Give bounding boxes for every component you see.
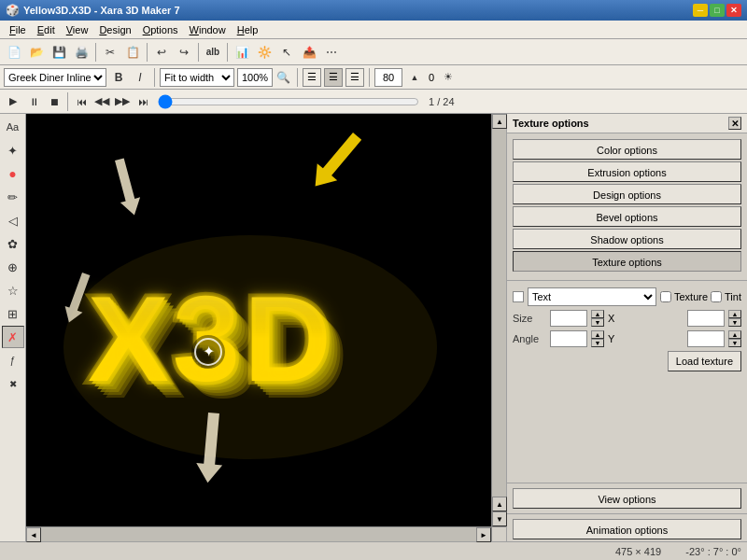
tool-paint[interactable]: ✏: [2, 186, 24, 208]
arrow-1: [305, 128, 367, 195]
title-bar: 🎲 Yellow3D.X3D - Xara 3D Maker 7 ─ □ ✕: [0, 0, 747, 21]
angle-x-down[interactable]: ▼: [591, 339, 604, 347]
menu-window[interactable]: Window: [184, 23, 232, 36]
tool-text[interactable]: Aa: [2, 116, 24, 138]
tool-x[interactable]: ✗: [2, 326, 24, 348]
next-frame-button[interactable]: ▶▶: [113, 92, 132, 111]
scroll-panel-up[interactable]: ▲: [492, 497, 507, 511]
text-button[interactable]: alb: [203, 42, 223, 63]
canvas-svg: X3D X3D X3D X3D X3D X3D X3D X3D X3D: [26, 114, 491, 526]
size-y-up[interactable]: ▲: [728, 310, 741, 318]
cut-button[interactable]: ✂: [100, 42, 120, 63]
size-y-down[interactable]: ▼: [728, 318, 741, 327]
option-button[interactable]: ⋯: [321, 42, 342, 63]
fit-to-width-select[interactable]: Fit to width: [160, 68, 234, 87]
open-button[interactable]: 📂: [26, 42, 47, 63]
undo-button[interactable]: ↩: [151, 42, 172, 63]
v-scroll-track[interactable]: [492, 129, 506, 497]
scroll-panel-down[interactable]: ▼: [492, 511, 507, 526]
font-select[interactable]: Greek Diner Inline TT: [4, 68, 106, 87]
prev-frame-button[interactable]: ◀◀: [92, 92, 111, 111]
scroll-up-button[interactable]: ▲: [492, 114, 507, 129]
image-button[interactable]: 🔆: [254, 42, 275, 63]
size-x-input[interactable]: [550, 310, 587, 327]
new-button[interactable]: 📄: [4, 42, 24, 63]
panel-close-button[interactable]: ✕: [728, 117, 741, 130]
scroll-right-button[interactable]: ►: [476, 527, 491, 542]
bold-button[interactable]: B: [109, 68, 128, 87]
tool-bottom2[interactable]: ✖: [2, 372, 24, 395]
texture-checkbox[interactable]: [660, 291, 671, 302]
angle-y-down[interactable]: ▼: [728, 339, 741, 347]
pause-button[interactable]: ⏸: [24, 92, 43, 111]
angle-x-input[interactable]: [550, 330, 587, 347]
chart-button[interactable]: 📊: [232, 42, 252, 63]
first-frame-button[interactable]: ⏮: [72, 92, 91, 111]
align-center-button[interactable]: ☰: [324, 68, 343, 87]
size-x-up[interactable]: ▲: [591, 310, 604, 318]
print-button[interactable]: 🖨️: [71, 42, 92, 63]
sep-font: [154, 68, 155, 87]
option-buttons-group: Color options Extrusion options Design o…: [507, 133, 747, 277]
cursor-button[interactable]: ↖: [276, 42, 297, 63]
menu-design[interactable]: Design: [93, 23, 136, 36]
menu-help[interactable]: Help: [232, 23, 264, 36]
design-options-button[interactable]: Design options: [513, 184, 741, 204]
italic-button[interactable]: I: [131, 68, 149, 87]
tool-transform[interactable]: ✿: [2, 232, 24, 255]
angle-row: Angle ▲ ▼ Y ▲ ▼: [513, 330, 741, 347]
maximize-button[interactable]: □: [710, 4, 725, 17]
redo-button[interactable]: ↪: [174, 42, 194, 63]
angle-y-input[interactable]: [687, 330, 725, 347]
color-options-button[interactable]: Color options: [513, 139, 741, 160]
play-button[interactable]: ▶: [4, 92, 22, 111]
size-x-down[interactable]: ▼: [591, 318, 604, 327]
app-icon: 🎲: [6, 4, 20, 17]
angle-x-up[interactable]: ▲: [591, 330, 604, 339]
tool-effects[interactable]: ⊞: [2, 302, 24, 325]
extrusion-options-button[interactable]: Extrusion options: [513, 161, 741, 182]
menu-options[interactable]: Options: [137, 23, 184, 36]
shadow-options-button[interactable]: Shadow options: [513, 229, 741, 249]
texture-color-swatch[interactable]: [513, 291, 524, 302]
minimize-button[interactable]: ─: [693, 4, 708, 17]
tool-color[interactable]: ●: [2, 162, 24, 185]
main-toolbar: 📄 📂 💾 🖨️ ✂ 📋 ↩ ↪ alb 📊 🔆 ↖ 📤 ⋯: [0, 39, 747, 65]
export-button[interactable]: 📤: [299, 42, 319, 63]
save-button[interactable]: 💾: [49, 42, 69, 63]
tool-bottom1[interactable]: ƒ: [2, 349, 24, 371]
texture-type-select[interactable]: Text: [528, 287, 656, 306]
scroll-left-button[interactable]: ◄: [26, 527, 41, 542]
bevel-options-button[interactable]: Bevel options: [513, 206, 741, 227]
tool-lighting[interactable]: ☆: [2, 279, 24, 301]
angle-label: Angle: [513, 333, 546, 344]
copy-button[interactable]: 📋: [122, 42, 143, 63]
h-scroll-track[interactable]: [41, 527, 476, 541]
angle-y-up[interactable]: ▲: [728, 330, 741, 339]
view-options-button[interactable]: View options: [513, 488, 741, 509]
align-left-button[interactable]: ☰: [303, 68, 321, 87]
stop-button[interactable]: ⏹: [45, 92, 63, 111]
canvas-background[interactable]: X3D X3D X3D X3D X3D X3D X3D X3D X3D: [26, 114, 491, 526]
menu-file[interactable]: File: [4, 23, 32, 36]
opacity-icon[interactable]: ☀: [439, 68, 458, 87]
load-texture-button[interactable]: Load texture: [668, 351, 741, 371]
tool-shape[interactable]: ◁: [2, 209, 24, 231]
tint-checkbox[interactable]: [711, 291, 722, 302]
menu-edit[interactable]: Edit: [32, 23, 61, 36]
texture-options-button[interactable]: Texture options: [513, 251, 741, 272]
close-button[interactable]: ✕: [726, 4, 741, 17]
align-right-button[interactable]: ☰: [345, 68, 364, 87]
zoom-button[interactable]: 🔍: [274, 68, 292, 87]
separator-4: [227, 43, 228, 62]
tool-select[interactable]: ✦: [2, 139, 24, 161]
animation-options-button[interactable]: Animation options: [513, 519, 741, 539]
menu-view[interactable]: View: [61, 23, 94, 36]
opacity-up[interactable]: ▲: [405, 68, 424, 87]
font-toolbar: Greek Diner Inline TT B I Fit to width 1…: [0, 65, 747, 90]
frame-slider[interactable]: [158, 95, 419, 108]
size-y-input[interactable]: [687, 310, 725, 327]
status-separator: [670, 546, 676, 557]
last-frame-button[interactable]: ⏭: [134, 92, 152, 111]
tool-zoom[interactable]: ⊕: [2, 256, 24, 278]
